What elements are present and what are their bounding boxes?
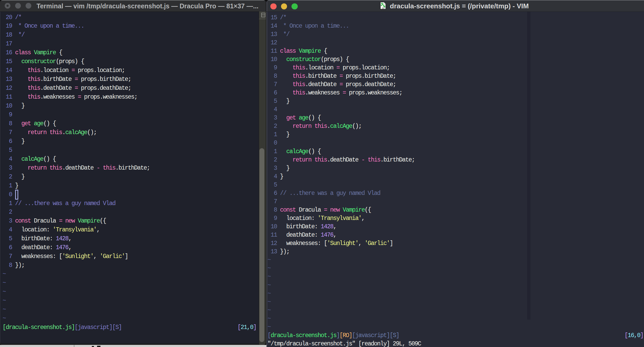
svg-text:JS: JS xyxy=(381,7,384,10)
